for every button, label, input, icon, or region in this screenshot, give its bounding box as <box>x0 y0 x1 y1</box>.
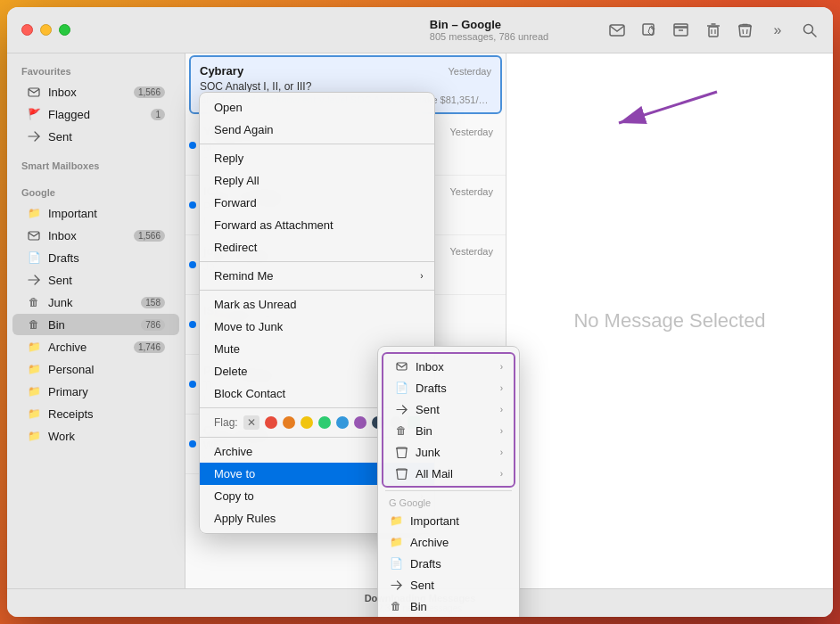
junk-icon[interactable] <box>737 21 754 39</box>
g-work-label: Work <box>48 430 165 443</box>
sidebar-item-fav-flagged[interactable]: 🚩 Flagged 1 <box>12 103 179 125</box>
submenu-inbox-arrow: › <box>500 362 503 372</box>
sidebar-item-g-drafts[interactable]: 📄 Drafts <box>12 247 179 268</box>
submenu-junk[interactable]: Junk › <box>383 441 514 463</box>
email-date-2: Yesterday <box>449 127 493 137</box>
submenu-g-drafts-label: Drafts <box>410 557 441 571</box>
email-date-3: Yesterday <box>449 186 493 197</box>
g-junk-label: Junk <box>48 296 141 309</box>
close-button[interactable] <box>21 24 33 36</box>
favourites-header: Favourites <box>7 61 185 80</box>
submenu-drafts-arrow: › <box>500 383 503 393</box>
maximize-button[interactable] <box>59 24 70 36</box>
title-bar-content: Bin – Google 805 messages, 786 unread <box>85 18 819 42</box>
sidebar-item-g-primary[interactable]: 📁 Primary <box>12 381 179 402</box>
search-icon[interactable] <box>801 21 819 39</box>
unread-dot-7 <box>189 440 196 447</box>
submenu-all-mail-arrow: › <box>500 469 503 479</box>
submenu-drafts[interactable]: 📄 Drafts › <box>383 377 514 398</box>
g-important-label: Important <box>48 207 165 220</box>
sidebar-item-g-important[interactable]: 📁 Important <box>12 202 179 224</box>
remind-arrow: › <box>420 271 423 281</box>
google-header: Google <box>7 182 185 201</box>
delete-icon[interactable] <box>704 21 722 39</box>
submenu-g-sent[interactable]: Sent <box>378 574 519 595</box>
archive-icon[interactable] <box>672 21 690 39</box>
submenu-all-mail[interactable]: All Mail › <box>383 463 514 484</box>
unread-dot-4 <box>189 261 196 268</box>
svg-line-14 <box>747 29 748 34</box>
g-receipts-icon: 📁 <box>27 406 41 421</box>
toolbar-icons: » <box>608 21 819 39</box>
submenu-junk-icon <box>394 445 408 459</box>
email-sender-1: Cybrary <box>200 64 243 78</box>
g-inbox-label: Inbox <box>48 229 134 242</box>
menu-mark-unread[interactable]: Mark as Unread <box>200 293 434 316</box>
submenu-junk-arrow: › <box>500 447 503 457</box>
g-bin-label: Bin <box>48 318 141 332</box>
svg-rect-6 <box>709 27 718 37</box>
smart-mailboxes-header: Smart Mailboxes <box>7 155 185 175</box>
unread-dot-5 <box>189 321 196 328</box>
more-icon[interactable]: » <box>769 21 786 39</box>
sidebar-item-g-sent[interactable]: Sent <box>12 269 179 291</box>
flag-red[interactable] <box>265 416 277 429</box>
submenu-sent[interactable]: Sent › <box>383 398 514 420</box>
flag-purple[interactable] <box>354 416 366 429</box>
submenu-inbox-label: Inbox <box>416 360 444 374</box>
flag-clear[interactable]: ✕ <box>243 415 259 430</box>
mail-icon[interactable] <box>608 21 626 39</box>
menu-move-junk[interactable]: Move to Junk <box>200 316 434 338</box>
flag-blue[interactable] <box>336 416 349 429</box>
submenu-g-sent-label: Sent <box>410 579 434 592</box>
sidebar: Favourites Inbox 1,566 🚩 Flagged 1 Sent <box>7 53 185 588</box>
sidebar-item-fav-inbox[interactable]: Inbox 1,566 <box>12 81 179 103</box>
move-to-submenu: Inbox › 📄 Drafts › Sent › 🗑 Bin › <box>377 346 520 617</box>
sidebar-item-g-bin[interactable]: 🗑 Bin 786 <box>12 314 179 335</box>
compose-icon[interactable] <box>640 21 658 39</box>
unread-dot-6 <box>189 381 196 388</box>
g-personal-icon: 📁 <box>27 362 41 376</box>
menu-send-again[interactable]: Send Again <box>200 119 434 141</box>
submenu-inbox[interactable]: Inbox › <box>383 356 514 377</box>
window-title: Bin – Google <box>430 18 548 31</box>
no-message-text: No Message Selected <box>573 309 765 333</box>
fav-inbox-badge: 1,566 <box>134 86 165 98</box>
submenu-g-drafts[interactable]: 📄 Drafts <box>378 553 519 574</box>
g-drafts-icon: 📄 <box>27 250 41 265</box>
submenu-bin-arrow: › <box>500 426 503 436</box>
submenu-g-bin[interactable]: 🗑 Bin <box>378 595 519 617</box>
svg-line-13 <box>743 29 744 34</box>
submenu-g-archive[interactable]: 📁 Archive <box>378 531 519 553</box>
sidebar-item-g-receipts[interactable]: 📁 Receipts <box>12 403 179 424</box>
svg-rect-4 <box>674 24 688 28</box>
submenu-g-important[interactable]: 📁 Important <box>378 510 519 531</box>
fav-flagged-label: Flagged <box>48 108 151 121</box>
menu-remind-me[interactable]: Remind Me › <box>200 265 434 287</box>
menu-redirect[interactable]: Redirect <box>200 236 434 259</box>
email-subject-1: SOC Analyst I, II, or III? <box>200 80 491 93</box>
flag-yellow[interactable] <box>301 416 313 429</box>
fav-flagged-badge: 1 <box>151 109 165 120</box>
menu-forward-attachment[interactable]: Forward as Attachment <box>200 214 434 236</box>
menu-reply-all[interactable]: Reply All <box>200 169 434 192</box>
sidebar-item-g-junk[interactable]: 🗑 Junk 158 <box>12 291 179 313</box>
minimize-button[interactable] <box>40 24 52 36</box>
sidebar-item-g-work[interactable]: 📁 Work <box>12 425 179 447</box>
mailbox-title: Bin – Google 805 messages, 786 unread <box>430 18 548 42</box>
sidebar-item-g-personal[interactable]: 📁 Personal <box>12 358 179 380</box>
sidebar-item-g-archive[interactable]: 📁 Archive 1,746 <box>12 336 179 357</box>
svg-line-16 <box>811 32 816 37</box>
unread-dot-3 <box>189 201 196 209</box>
submenu-bin[interactable]: 🗑 Bin › <box>383 420 514 441</box>
g-inbox-badge: 1,566 <box>134 230 165 242</box>
flag-green[interactable] <box>318 416 331 429</box>
sidebar-item-g-inbox[interactable]: Inbox 1,566 <box>12 225 179 246</box>
menu-forward[interactable]: Forward <box>200 192 434 214</box>
flag-orange[interactable] <box>283 416 295 429</box>
g-archive-icon: 📁 <box>27 340 41 354</box>
menu-open[interactable]: Open <box>200 96 434 119</box>
menu-reply[interactable]: Reply <box>200 147 434 169</box>
app-window: Bin – Google 805 messages, 786 unread <box>7 7 833 617</box>
sidebar-item-fav-sent[interactable]: Sent <box>12 126 179 147</box>
